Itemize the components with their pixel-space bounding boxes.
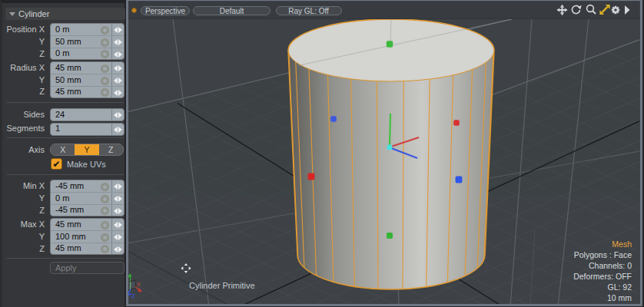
svg-text:X: X — [137, 281, 141, 288]
svg-text:Z: Z — [131, 292, 135, 299]
